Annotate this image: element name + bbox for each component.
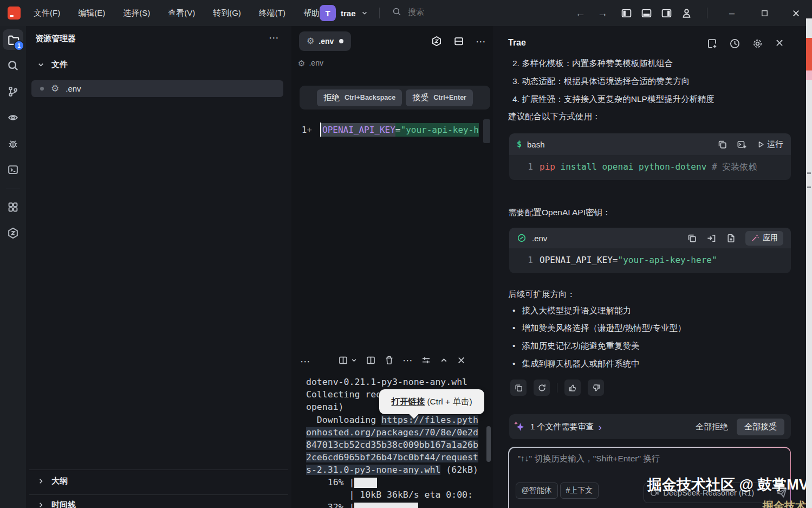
play-icon (756, 140, 765, 149)
activity-terminal[interactable] (3, 159, 23, 180)
line-number: 1 (509, 160, 533, 173)
explorer-more-icon[interactable]: ⋯ (269, 33, 279, 43)
trash-icon[interactable] (384, 355, 394, 365)
terminal-link[interactable]: 2ce6cd6965bf26b47bc0bf44/request (306, 452, 478, 462)
accept-all-button[interactable]: 全部接受 (737, 419, 784, 435)
close-window-button[interactable] (783, 0, 808, 26)
menu-edit[interactable]: 编辑(E) (73, 6, 111, 21)
minimize-button[interactable]: – (719, 0, 744, 26)
terminal-link[interactable]: s-2.31.0-py3-none-any.whl (306, 465, 440, 475)
code-line-1[interactable]: 1+ OPENAI_API_KEY="your-api-key-h (291, 121, 479, 138)
insert-code-icon[interactable] (706, 233, 717, 243)
forward-arrow-icon[interactable]: → (597, 8, 608, 18)
chevron-down-icon[interactable] (350, 357, 358, 364)
terminal-scrollbar[interactable] (486, 426, 491, 462)
close-panel-icon[interactable] (457, 356, 466, 365)
menu-selection[interactable]: 选择(S) (118, 6, 155, 21)
menu-goto[interactable]: 转到(G) (207, 6, 246, 21)
toggle-right-panel-icon[interactable] (661, 8, 672, 19)
apply-label: 应用 (763, 233, 778, 243)
eye-icon (7, 112, 19, 124)
terminal-icon (7, 164, 19, 176)
split-terminal-icon[interactable] (366, 355, 376, 365)
terminal-more-icon[interactable]: ⋯ (402, 355, 413, 365)
toggle-left-panel-icon[interactable] (621, 8, 632, 19)
terminal-link[interactable]: onhosted.org/packages/70/8e/0e2d (306, 427, 478, 438)
app-window: 文件(F) 编辑(E) 选择(S) 查看(V) 转到(G) 终端(T) 帮助(H… (0, 0, 812, 508)
context-chip[interactable]: #上下文 (560, 483, 599, 499)
activity-extensions[interactable] (3, 197, 23, 217)
chat-input[interactable] (517, 453, 779, 464)
new-chat-icon[interactable] (706, 38, 718, 49)
insert-terminal-icon[interactable] (737, 139, 747, 150)
reject-button[interactable]: 拒绝 Ctrl+Backspace (317, 89, 402, 106)
agent-chip[interactable]: @智能体 (516, 483, 558, 499)
search-input[interactable] (407, 7, 506, 17)
terminal-link[interactable]: https://files.pyth (381, 415, 478, 425)
tooltip-link-text[interactable]: 打开链接 (391, 396, 425, 408)
watermark-partial: 掘金技术社区 @ 鼓掌MVP (763, 499, 812, 508)
review-bar: 1 个文件需要审查 › 全部拒绝 全部接受 (509, 414, 791, 439)
timeline-section-header[interactable]: 时间线 (37, 500, 76, 508)
copy-icon[interactable] (717, 139, 727, 150)
accept-button[interactable]: 接受 Ctrl+Enter (406, 89, 473, 106)
regenerate-button[interactable] (534, 380, 550, 396)
files-section-header[interactable]: 文件 (37, 60, 68, 70)
search-icon (392, 7, 401, 16)
account-icon[interactable] (681, 8, 692, 19)
file-name: .env (66, 84, 81, 93)
explorer-sidebar: 资源管理器 ⋯ 文件 ⚙ .env 大纲 时间线 (26, 26, 291, 508)
editor-scrollbar[interactable] (483, 119, 490, 143)
chat-paragraph: 建议配合以下方式使用： (508, 111, 601, 123)
menu-view[interactable]: 查看(V) (163, 6, 200, 21)
copy-message-button[interactable] (510, 380, 527, 396)
env-file-icon (517, 233, 527, 243)
sliders-icon[interactable] (421, 355, 431, 365)
thumbs-down-button[interactable] (588, 380, 604, 396)
timeline-label: 时间线 (51, 500, 76, 508)
page-scrollbar[interactable] (806, 18, 812, 508)
reject-all-button[interactable]: 全部拒绝 (696, 422, 728, 432)
trae-ai-icon[interactable] (431, 36, 442, 47)
thumbs-up-button[interactable] (564, 380, 581, 396)
outline-section-header[interactable]: 大纲 (37, 476, 68, 486)
close-panel-icon[interactable] (775, 38, 784, 49)
window-controls: – (719, 0, 808, 26)
menu-terminal[interactable]: 终端(T) (254, 6, 291, 21)
tab-label: .env (319, 37, 334, 46)
copy-icon[interactable] (687, 233, 697, 243)
terminal-tabs-more-icon[interactable]: ⋯ (300, 356, 310, 366)
settings-gear-icon[interactable] (752, 38, 763, 49)
project-switcher[interactable]: T trae (320, 5, 368, 21)
chevron-right-icon[interactable]: › (599, 422, 602, 432)
explorer-title: 资源管理器 (35, 34, 76, 44)
toggle-bottom-panel-icon[interactable] (641, 8, 652, 19)
activity-search[interactable] (3, 55, 23, 76)
activity-debug[interactable] (3, 133, 23, 154)
file-row-env[interactable]: ⚙ .env (31, 80, 283, 97)
divider (29, 494, 288, 495)
activity-trae-ai[interactable] (3, 223, 23, 243)
collapse-panel-icon[interactable] (439, 356, 449, 365)
tab-env[interactable]: ⚙ .env (299, 31, 351, 51)
apply-button[interactable]: 应用 (745, 231, 783, 246)
terminal-link[interactable]: 847013cb52cd35b38c009bb167a1a26b (306, 440, 478, 450)
run-button[interactable]: 运行 (756, 139, 783, 150)
breadcrumb-file: .env (309, 59, 323, 67)
menu-file[interactable]: 文件(F) (28, 6, 66, 21)
create-file-icon[interactable] (726, 233, 736, 243)
split-editor-icon[interactable] (453, 36, 464, 47)
breadcrumb[interactable]: ⚙ .env (298, 59, 323, 67)
global-search[interactable] (392, 7, 506, 17)
activity-source-control[interactable] (3, 81, 23, 102)
nav-history: ← → (575, 0, 608, 26)
activity-remote-explorer[interactable] (3, 107, 23, 128)
terminal-line: | 10kB 36kB/s eta 0:00: (306, 490, 473, 502)
maximize-button[interactable] (752, 0, 777, 26)
editor-more-icon[interactable]: ⋯ (476, 36, 486, 47)
new-terminal-icon[interactable] (338, 355, 348, 365)
back-arrow-icon[interactable]: ← (575, 8, 586, 18)
activity-explorer[interactable]: 1 (3, 29, 23, 50)
history-icon[interactable] (729, 38, 740, 49)
chat-paragraph: 需要配置OpenAI API密钥： (508, 207, 611, 218)
